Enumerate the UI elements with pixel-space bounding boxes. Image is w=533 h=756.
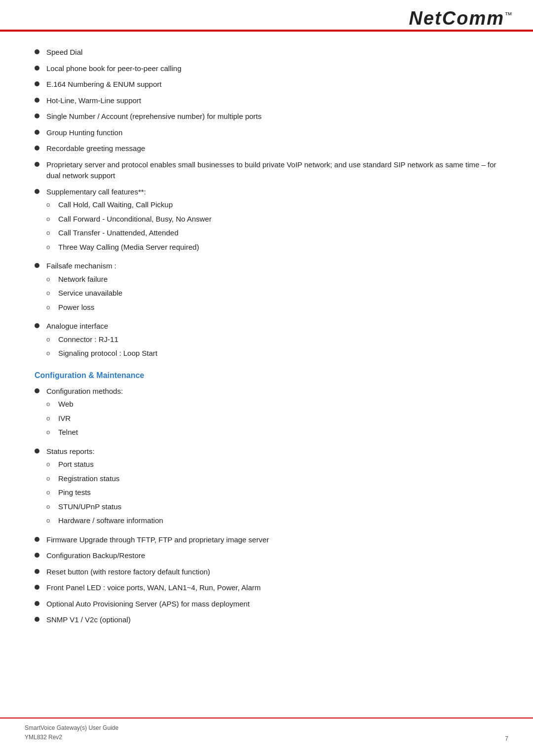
bullet-icon <box>35 553 39 558</box>
bullet-icon <box>35 162 39 167</box>
sub-bullet-icon: o <box>46 274 53 284</box>
sub-list-item: oCall Hold, Call Waiting, Call Pickup <box>46 199 498 211</box>
item-text-speed-dial: Speed Dial <box>46 47 498 58</box>
list-item-recordable: Recordable greeting message <box>35 143 498 154</box>
sub-item-text: IVR <box>58 413 498 424</box>
list-item-firmware-upgrade: Firmware Upgrade through TFTP, FTP and p… <box>35 534 498 546</box>
list-item-snmp: SNMP V1 / V2c (optional) <box>35 614 498 626</box>
sub-bullet-icon: o <box>46 214 53 224</box>
sub-list-item: oIVR <box>46 413 498 424</box>
sub-list-item: oTelnet <box>46 427 498 438</box>
logo: NetComm™ <box>409 8 513 29</box>
bullet-icon <box>35 66 39 71</box>
list-item-config-methods: Configuration methods:oWeboIVRoTelnet <box>35 386 498 441</box>
sub-bullet-icon: o <box>46 334 53 344</box>
sub-bullet-icon: o <box>46 459 53 469</box>
main-bullet-list: Speed DialLocal phone book for peer-to-p… <box>35 47 498 362</box>
footer-left: SmartVoice Gateway(s) User Guide YML832 … <box>25 723 118 742</box>
sub-item-text: Power loss <box>58 302 498 313</box>
item-text-single-number: Single Number / Account (reprehensive nu… <box>46 111 498 122</box>
bullet-icon <box>35 189 39 194</box>
sub-item-text: Network failure <box>58 274 498 285</box>
sub-bullet-icon: o <box>46 242 53 252</box>
bullet-icon <box>35 323 39 328</box>
sub-item-text: STUN/UPnP status <box>58 501 498 513</box>
sub-list-item: oThree Way Calling (Media Server require… <box>46 242 498 253</box>
sub-list-failsafe: oNetwork failureoService unavailableoPow… <box>46 274 498 313</box>
sub-item-text: Connector : RJ-11 <box>58 334 498 345</box>
section-heading-config: Configuration & Maintenance <box>35 371 498 380</box>
sub-bullet-icon: o <box>46 413 53 423</box>
sub-bullet-icon: o <box>46 515 53 526</box>
item-text-config-backup: Configuration Backup/Restore <box>46 550 498 562</box>
sub-list-item: oNetwork failure <box>46 274 498 285</box>
item-text-group-hunting: Group Hunting function <box>46 127 498 139</box>
list-item-supplementary: Supplementary call features**:oCall Hold… <box>35 187 498 256</box>
sub-list-config-methods: oWeboIVRoTelnet <box>46 399 498 438</box>
list-item-failsafe: Failsafe mechanism :oNetwork failureoSer… <box>35 261 498 316</box>
list-item-analogue: Analogue interfaceoConnector : RJ-11oSig… <box>35 321 498 362</box>
bullet-icon <box>35 537 39 542</box>
sub-item-text: Three Way Calling (Media Server required… <box>58 242 498 253</box>
bullet-icon <box>35 569 39 574</box>
bullet-icon <box>35 130 39 135</box>
footer-page-number: 7 <box>505 735 508 742</box>
list-item-front-panel: Front Panel LED : voice ports, WAN, LAN1… <box>35 582 498 594</box>
item-text-failsafe: Failsafe mechanism :oNetwork failureoSer… <box>46 261 498 316</box>
sub-list-item: oRegistration status <box>46 473 498 485</box>
list-item-local-phone-book: Local phone book for peer-to-peer callin… <box>35 63 498 75</box>
item-text-status-reports: Status reports:oPort statusoRegistration… <box>46 446 498 529</box>
logo-tm: ™ <box>504 11 513 19</box>
sub-item-text: Call Transfer - Unattended, Attended <box>58 227 498 239</box>
sub-bullet-icon: o <box>46 487 53 497</box>
sub-list-item: oCall Transfer - Unattended, Attended <box>46 227 498 239</box>
item-text-snmp: SNMP V1 / V2c (optional) <box>46 614 498 626</box>
bullet-icon <box>35 585 39 590</box>
bullet-icon <box>35 388 39 393</box>
sub-item-text: Hardware / software information <box>58 515 498 527</box>
item-text-local-phone-book: Local phone book for peer-to-peer callin… <box>46 63 498 75</box>
sub-list-status-reports: oPort statusoRegistration statusoPing te… <box>46 459 498 527</box>
header: NetComm™ <box>0 0 533 32</box>
config-bullet-list: Configuration methods:oWeboIVRoTelnetSta… <box>35 386 498 626</box>
item-text-optional-aps: Optional Auto Provisioning Server (APS) … <box>46 599 498 610</box>
item-text-reset-button: Reset button (with restore factory defau… <box>46 567 498 578</box>
item-text-hot-line: Hot-Line, Warm-Line support <box>46 95 498 107</box>
bullet-icon <box>35 113 39 118</box>
list-item-reset-button: Reset button (with restore factory defau… <box>35 567 498 578</box>
sub-item-text: Web <box>58 399 498 410</box>
sub-list-item: oPower loss <box>46 302 498 313</box>
sub-list-item: oSTUN/UPnP status <box>46 501 498 513</box>
bullet-icon <box>35 263 39 268</box>
sub-item-text: Ping tests <box>58 487 498 498</box>
sub-list-item: oPort status <box>46 459 498 470</box>
sub-item-text: Port status <box>58 459 498 470</box>
bullet-icon <box>35 98 39 103</box>
page-wrapper: NetComm™ Speed DialLocal phone book for … <box>0 0 533 756</box>
sub-bullet-icon: o <box>46 501 53 512</box>
top-border-line <box>0 30 533 32</box>
sub-item-text: Registration status <box>58 473 498 485</box>
sub-bullet-icon: o <box>46 199 53 210</box>
item-text-e164: E.164 Numbering & ENUM support <box>46 79 498 90</box>
sub-list-item: oWeb <box>46 399 498 410</box>
sub-list-item: oPing tests <box>46 487 498 498</box>
sub-list-item: oSignaling protocol : Loop Start <box>46 348 498 359</box>
item-text-recordable: Recordable greeting message <box>46 143 498 154</box>
footer-revision: YML832 Rev2 <box>25 733 118 742</box>
list-item-config-backup: Configuration Backup/Restore <box>35 550 498 562</box>
sub-bullet-icon: o <box>46 227 53 238</box>
sub-bullet-icon: o <box>46 427 53 437</box>
list-item-e164: E.164 Numbering & ENUM support <box>35 79 498 90</box>
sub-item-text: Call Hold, Call Waiting, Call Pickup <box>58 199 498 211</box>
list-item-proprietary-server: Proprietary server and protocol enables … <box>35 159 498 182</box>
bullet-icon <box>35 617 39 622</box>
footer: SmartVoice Gateway(s) User Guide YML832 … <box>0 718 533 742</box>
bullet-icon <box>35 49 39 54</box>
sub-bullet-icon: o <box>46 288 53 298</box>
item-text-front-panel: Front Panel LED : voice ports, WAN, LAN1… <box>46 582 498 594</box>
sub-list-item: oService unavailable <box>46 288 498 299</box>
sub-bullet-icon: o <box>46 473 53 484</box>
list-item-status-reports: Status reports:oPort statusoRegistration… <box>35 446 498 529</box>
bullet-icon <box>35 146 39 151</box>
